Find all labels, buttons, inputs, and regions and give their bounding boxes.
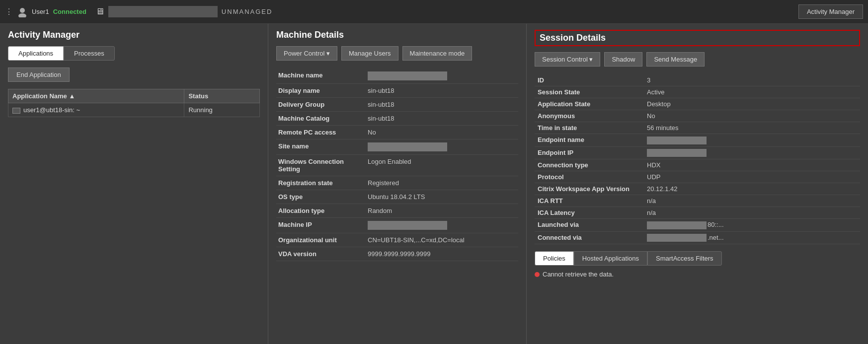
- session-field-label: Anonymous: [535, 110, 644, 122]
- activity-manager-button[interactable]: Activity Manager: [798, 4, 863, 19]
- middle-panel: Machine Details Power Control Manage Use…: [268, 24, 527, 344]
- user-icon: [17, 6, 28, 17]
- session-field-label: Citrix Workspace App Version: [535, 183, 644, 195]
- field-value: HDX: [647, 161, 660, 169]
- session-info-row: Time in state 56 minutes: [535, 122, 860, 134]
- session-info-row: Protocol UDP: [535, 171, 860, 183]
- bottom-tabs-row: Policies Hosted Applications SmartAccess…: [535, 251, 860, 266]
- machine-detail-row: Delivery Group sin-ubt18: [276, 98, 518, 112]
- maintenance-mode-button[interactable]: Maintenance mode: [402, 46, 473, 61]
- session-field-label: Session State: [535, 86, 644, 98]
- session-info-row: ICA RTT n/a: [535, 195, 860, 207]
- user-label: User1: [32, 8, 49, 15]
- session-field-label: Connection type: [535, 159, 644, 171]
- session-field-value: n/a: [644, 195, 860, 207]
- top-bar-left: ⋮ User1 Connected 🖥 UNMANAGED: [5, 6, 272, 17]
- field-value: CN=UBT18-SIN,...C=xd,DC=local: [368, 236, 465, 244]
- manage-users-button[interactable]: Manage Users: [341, 46, 398, 61]
- field-suffix: 80::...: [708, 221, 724, 228]
- session-info-row: ID 3: [535, 74, 860, 86]
- session-field-value: [644, 146, 860, 159]
- session-field-label: ID: [535, 74, 644, 86]
- redacted-value: [647, 137, 707, 144]
- field-value: Registered: [368, 179, 399, 187]
- error-text: Cannot retrieve the data.: [543, 271, 614, 278]
- field-value: Active: [647, 88, 664, 96]
- field-label: Remote PC access: [276, 126, 366, 139]
- field-value: sin-ubt18: [368, 115, 394, 122]
- field-value-cell: [366, 69, 518, 84]
- session-field-value: 3: [644, 74, 860, 86]
- power-control-button[interactable]: Power Control: [276, 46, 337, 61]
- field-value: n/a: [647, 209, 656, 216]
- session-field-value: [644, 134, 860, 147]
- svg-point-0: [20, 8, 25, 13]
- machine-detail-row: Machine Catalog sin-ubt18: [276, 112, 518, 126]
- left-panel: Activity Manager Applications Processes …: [0, 24, 268, 344]
- field-value-cell: Registered: [366, 176, 518, 190]
- field-label: Machine Catalog: [276, 112, 366, 126]
- field-value-cell: [366, 139, 518, 155]
- session-field-label: ICA RTT: [535, 195, 644, 207]
- field-value: Logon Enabled: [368, 158, 411, 165]
- field-label: OS type: [276, 190, 366, 204]
- session-field-value: 56 minutes: [644, 122, 860, 134]
- session-info-row: Endpoint IP: [535, 146, 860, 159]
- session-details-title: Session Details: [535, 30, 860, 46]
- session-info-row: Connection type HDX: [535, 159, 860, 171]
- shadow-button[interactable]: Shadow: [604, 52, 642, 67]
- monitor-icon: 🖥: [95, 6, 104, 17]
- machine-detail-row: Display name sin-ubt18: [276, 84, 518, 98]
- applications-table: Application Name ▲ Status user1@ubt18-si…: [8, 89, 260, 117]
- tab-processes[interactable]: Processes: [64, 46, 115, 61]
- top-bar: ⋮ User1 Connected 🖥 UNMANAGED Activity M…: [0, 0, 868, 24]
- field-value-cell: Random: [366, 204, 518, 218]
- session-buttons-row: Session Control Shadow Send Message: [535, 52, 860, 67]
- field-label: Registration state: [276, 176, 366, 190]
- tab-policies[interactable]: Policies: [535, 251, 574, 266]
- machine-detail-row: Allocation type Random: [276, 204, 518, 218]
- send-message-button[interactable]: Send Message: [646, 52, 705, 67]
- connected-status: Connected: [53, 8, 86, 15]
- field-value: sin-ubt18: [368, 101, 394, 108]
- session-field-value: .net...: [644, 231, 860, 244]
- session-field-value: 20.12.1.42: [644, 183, 860, 195]
- field-value: UDP: [647, 173, 660, 181]
- tab-hosted-applications[interactable]: Hosted Applications: [574, 251, 647, 266]
- session-field-value: No: [644, 110, 860, 122]
- session-info-row: ICA Latency n/a: [535, 207, 860, 219]
- machine-detail-row: VDA version 9999.9999.9999.9999: [276, 247, 518, 261]
- field-value: sin-ubt18: [368, 87, 394, 94]
- field-suffix: .net...: [708, 234, 724, 241]
- field-label: Windows Connection Setting: [276, 155, 366, 176]
- session-field-value: HDX: [644, 159, 860, 171]
- session-field-value: 80::...: [644, 219, 860, 232]
- machine-detail-row: Organizational unit CN=UBT18-SIN,...C=xd…: [276, 233, 518, 247]
- tab-applications[interactable]: Applications: [8, 46, 64, 61]
- session-control-button[interactable]: Session Control: [535, 52, 600, 67]
- redacted-value: [368, 142, 447, 151]
- end-application-button[interactable]: End Application: [8, 68, 70, 82]
- machine-detail-row: Remote PC access No: [276, 126, 518, 139]
- session-info-row: Citrix Workspace App Version 20.12.1.42: [535, 183, 860, 195]
- session-field-value: Desktop: [644, 98, 860, 110]
- session-field-value: Active: [644, 86, 860, 98]
- menu-dots-icon[interactable]: ⋮: [5, 7, 13, 16]
- field-label: Display name: [276, 84, 366, 98]
- field-value-cell: Logon Enabled: [366, 155, 518, 176]
- field-label: Organizational unit: [276, 233, 366, 247]
- field-value: 9999.9999.9999.9999: [368, 250, 431, 258]
- field-value: Ubuntu 18.04.2 LTS: [368, 193, 425, 201]
- session-info-row: Connected via .net...: [535, 231, 860, 244]
- tab-smartaccess-filters[interactable]: SmartAccess Filters: [647, 251, 722, 266]
- field-label: Machine name: [276, 69, 366, 84]
- table-row[interactable]: user1@ubt18-sin: ~ Running: [8, 103, 260, 117]
- field-value: n/a: [647, 197, 656, 205]
- field-value: No: [368, 129, 376, 136]
- session-info-row: Launched via 80::...: [535, 219, 860, 232]
- machine-detail-row: Site name: [276, 139, 518, 155]
- error-message: Cannot retrieve the data.: [535, 271, 860, 278]
- field-label: VDA version: [276, 247, 366, 261]
- machine-search-input[interactable]: [108, 6, 218, 17]
- field-label: Site name: [276, 139, 366, 155]
